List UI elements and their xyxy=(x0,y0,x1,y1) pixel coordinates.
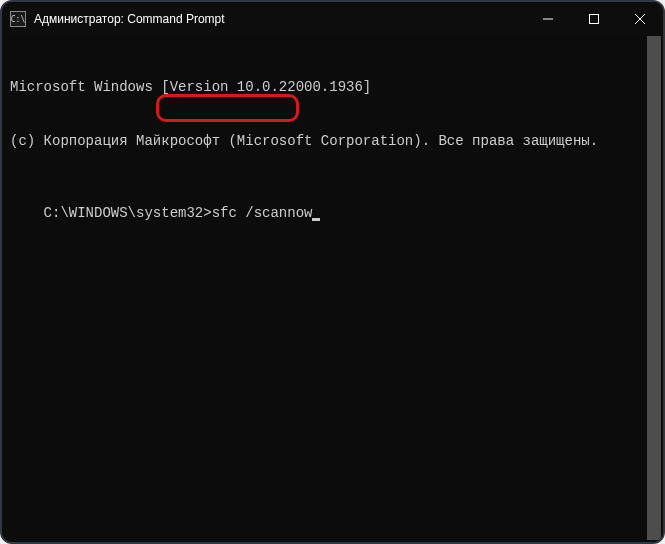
maximize-icon xyxy=(589,14,599,24)
minimize-icon xyxy=(543,14,553,24)
cmd-icon-text: C:\ xyxy=(11,15,25,24)
titlebar-left: C:\ Администратор: Command Prompt xyxy=(10,11,225,27)
output-line-2: (c) Корпорация Майкрософт (Microsoft Cor… xyxy=(10,132,655,150)
minimize-button[interactable] xyxy=(525,2,571,36)
scrollbar-thumb[interactable] xyxy=(647,36,661,540)
terminal-area[interactable]: Microsoft Windows [Version 10.0.22000.19… xyxy=(2,36,663,542)
prompt: C:\WINDOWS\system32> xyxy=(44,205,212,221)
close-button[interactable] xyxy=(617,2,663,36)
window-controls xyxy=(525,2,663,36)
cmd-icon: C:\ xyxy=(10,11,26,27)
svg-rect-1 xyxy=(590,15,599,24)
maximize-button[interactable] xyxy=(571,2,617,36)
text-cursor xyxy=(312,218,320,221)
command-prompt-window: C:\ Администратор: Command Prompt Micros… xyxy=(0,0,665,544)
titlebar[interactable]: C:\ Администратор: Command Prompt xyxy=(2,2,663,36)
window-title: Администратор: Command Prompt xyxy=(34,12,225,26)
output-line-1: Microsoft Windows [Version 10.0.22000.19… xyxy=(10,78,655,96)
close-icon xyxy=(635,14,645,24)
vertical-scrollbar[interactable] xyxy=(647,36,661,540)
typed-command: sfc /scannow xyxy=(212,205,313,221)
